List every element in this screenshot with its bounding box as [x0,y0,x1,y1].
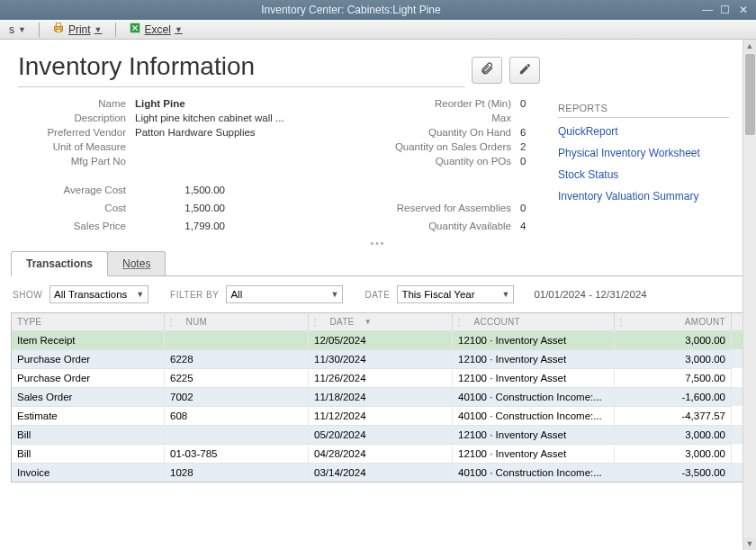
scroll-track[interactable] [743,52,756,537]
cell-amount: 3,000.00 [615,425,732,444]
label-salesprice: Sales Price [18,221,135,231]
show-select[interactable]: All Transactions ▼ [50,285,148,303]
cell-date: 11/18/2024 [309,387,453,406]
svg-rect-2 [56,30,60,32]
item-header-left: Inventory Information Name Light Pine Re… [18,52,540,231]
col-type-label: TYPE [17,317,41,327]
chevron-down-icon: ▼ [331,290,339,299]
table-row[interactable]: Estimate60811/12/202440100 · Constructio… [12,406,752,425]
table-row[interactable]: Bill01-03-78504/28/202412100 · Inventory… [12,444,752,463]
table-row[interactable]: Sales Order700211/18/202440100 · Constru… [12,387,752,406]
print-label: Print [68,23,91,36]
scroll-down-arrow-icon[interactable]: ▼ [743,537,756,550]
cell-num: 7002 [165,387,309,406]
cell-num [165,425,309,444]
cell-date: 03/14/2024 [309,463,453,482]
value-max [520,113,540,123]
pencil-icon [518,62,532,78]
col-num-label: NUM [185,317,207,327]
print-menu[interactable]: Print ▼ [49,20,106,39]
table-row[interactable]: Purchase Order622811/30/202412100 · Inve… [12,349,752,368]
cell-amount: -1,600.00 [615,387,732,406]
cell-num [165,330,309,349]
label-vendor: Preferred Vendor [18,127,135,138]
show-value: All Transactions [54,289,127,300]
filters-bar: SHOW All Transactions ▼ FILTER BY All ▼ … [0,276,756,312]
excel-label: Excel [145,23,171,36]
tab-transactions-label: Transactions [26,257,93,270]
col-account[interactable]: ⋮ ACCOUNT [453,313,615,330]
chevron-down-icon: ▼ [175,25,183,34]
tab-transactions[interactable]: Transactions [11,251,108,276]
filterby-value: All [230,289,242,300]
reports-heading: REPORTS [558,103,729,118]
report-link-stock-status[interactable]: Stock Status [558,168,729,181]
label-onpo: Quantity on POs [376,156,520,167]
item-fields: Name Light Pine Reorder Pt (Min) 0 Descr… [18,98,540,167]
label-cost: Cost [18,203,135,213]
cell-num: 608 [165,406,309,425]
scroll-up-arrow-icon[interactable]: ▲ [743,40,756,52]
label-mfg: Mfg Part No [18,156,135,167]
toolbar-first-suffix: s [9,23,14,36]
cell-amount: 3,000.00 [615,330,732,349]
paperclip-icon [480,61,494,78]
vertical-scrollbar[interactable]: ▲ ▼ [742,40,756,550]
grid-rows: Item Receipt12/05/202412100 · Inventory … [12,330,752,482]
svg-rect-1 [56,23,60,27]
col-type[interactable]: TYPE [12,313,165,330]
minimize-button[interactable]: — [700,4,715,16]
edit-button[interactable] [509,57,540,84]
report-link-valuation-summary[interactable]: Inventory Valuation Summary [558,190,729,203]
sort-desc-icon: ▼ [364,318,372,326]
label-onhand: Quantity On Hand [376,127,520,138]
cell-type: Bill [12,425,165,444]
col-num[interactable]: ⋮ NUM [165,313,309,330]
cell-date: 11/26/2024 [309,368,453,387]
date-value: This Fiscal Year [401,289,474,300]
value-available: 4 [520,221,540,231]
toolbar-first-dropdown[interactable]: s ▼ [5,22,30,38]
date-range-text: 01/01/2024 - 12/31/2024 [534,289,646,300]
report-link-quickreport[interactable]: QuickReport [558,125,729,138]
table-row[interactable]: Purchase Order622511/26/202412100 · Inve… [12,368,752,387]
col-amount[interactable]: ⋮AMOUNT [615,313,732,330]
scroll-thumb[interactable] [745,54,755,135]
attachment-button[interactable] [472,57,502,84]
cell-account: 12100 · Inventory Asset [453,444,615,463]
cost-block: Average Cost 1,500.00 Cost 1,500.00 Rese… [18,185,540,231]
cell-date: 11/30/2024 [309,349,453,368]
toolbar-separator [39,23,40,37]
cell-date: 04/28/2024 [309,444,453,463]
splitter-handle[interactable]: ••• [0,239,756,248]
col-date-label: DATE [329,317,354,327]
resize-dots-icon: ⋮ [616,317,626,327]
col-date[interactable]: ⋮ DATE ▼ [309,313,453,330]
toolbar: s ▼ Print ▼ Excel ▼ [0,20,756,40]
filter-label-show: SHOW [13,290,42,300]
tab-notes[interactable]: Notes [107,251,166,275]
reports-panel: REPORTS QuickReport Physical Inventory W… [558,52,729,231]
maximize-button[interactable]: ☐ [718,4,733,16]
filterby-select[interactable]: All ▼ [226,285,343,303]
date-select[interactable]: This Fiscal Year ▼ [397,285,514,303]
label-description: Description [18,113,135,123]
resize-dots-icon: ⋮ [310,317,320,327]
cell-amount: -3,500.00 [615,463,732,482]
cell-type: Invoice [12,463,165,482]
cell-num: 1028 [165,463,309,482]
report-link-physical-inventory[interactable]: Physical Inventory Worksheet [558,147,729,159]
excel-menu[interactable]: Excel ▼ [125,20,186,39]
close-button[interactable]: ✕ [736,4,751,16]
col-account-label: ACCOUNT [473,317,520,327]
transactions-grid: TYPE ⋮ NUM ⋮ DATE ▼ ⋮ ACCOUNT ⋮AMOUNT It… [11,312,752,482]
table-row[interactable]: Invoice102803/14/202440100 · Constructio… [12,463,752,482]
table-row[interactable]: Bill05/20/202412100 · Inventory Asset3,0… [12,425,752,444]
cell-account: 40100 · Construction Income:... [453,406,615,425]
table-row[interactable]: Item Receipt12/05/202412100 · Inventory … [12,330,752,349]
cell-date: 11/12/2024 [309,406,453,425]
value-uom [135,141,297,152]
chevron-down-icon: ▼ [501,290,509,299]
label-avgcost: Average Cost [18,185,135,195]
cell-num: 01-03-785 [165,444,309,463]
